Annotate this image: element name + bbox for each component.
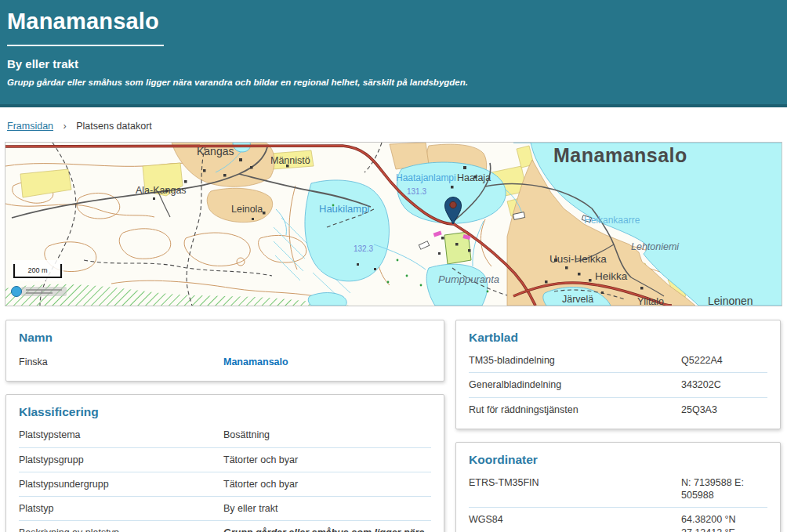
card-namn-title: Namn xyxy=(19,331,431,345)
row-label: TM35-bladindelning xyxy=(469,354,681,367)
map-label-ala-kangas: Ala-Kangas xyxy=(136,185,187,196)
row-value: Tätorter och byar xyxy=(223,478,431,490)
row-label: Platstypsgrupp xyxy=(19,454,223,466)
map-provider-logo-icon xyxy=(12,287,22,297)
table-row: Generalbladindelning 343202C xyxy=(469,373,767,397)
table-row: Platstypsundergrupp Tätorter och byar xyxy=(19,472,431,497)
table-row: ETRS-TM35FIN N: 7139588 E: 505988 xyxy=(469,471,767,508)
map-label-leinola: Leinola xyxy=(231,204,263,215)
map-label-lehtoniemi: Lehtoniemi xyxy=(631,241,680,252)
breadcrumb-home-link[interactable]: Framsidan xyxy=(7,121,53,132)
table-row: Rut för räddningstjänsten 25Q3A3 xyxy=(469,398,767,422)
map-scale-label: 200 m xyxy=(27,266,47,274)
row-label: WGS84 xyxy=(469,513,681,532)
place-type-subtitle: By eller trakt xyxy=(7,57,779,71)
card-kartblad-title: Kartblad xyxy=(469,331,767,345)
row-label: Finska xyxy=(19,356,223,368)
map-scale-bar: 200 m xyxy=(12,260,63,280)
row-value: 343202C xyxy=(681,378,767,391)
map-label-pumppuranta: Pumppuranta xyxy=(438,273,499,285)
table-row: TM35-bladindelning Q5222A4 xyxy=(469,349,767,373)
table-row: Platstyp By eller trakt xyxy=(19,497,431,521)
table-row: WGS84 64.38200 °N 27.12412 °E xyxy=(469,508,767,532)
card-kartblad: Kartblad TM35-bladindelning Q5222A4 Gene… xyxy=(455,320,781,429)
map-label-region-title: Manamansalo xyxy=(553,144,687,166)
table-row: Platstypsgrupp Tätorter och byar xyxy=(19,448,431,472)
row-label: ETRS-TM35FIN xyxy=(469,476,681,502)
map-canvas: Manamansalo Kangas Männistö Ala-Kangas L… xyxy=(5,143,782,306)
page-header: Manamansalo By eller trakt Grupp gårdar … xyxy=(0,0,787,107)
map-label-heikankaarre: Heikankaarre xyxy=(584,215,640,226)
row-label: Beskrivning av platstyp xyxy=(19,527,223,532)
map-label-haataja: Haataja xyxy=(457,172,491,183)
row-value: By eller trakt xyxy=(223,502,431,515)
place-name-link[interactable]: Manamansalo xyxy=(223,356,288,367)
row-label: Rut för räddningstjänsten xyxy=(469,404,681,416)
card-namn: Namn Finska Manamansalo xyxy=(5,320,444,382)
row-value: Q5222A4 xyxy=(681,354,767,367)
map-label-depth-haukilampi: 132.3 xyxy=(354,244,373,253)
breadcrumb: Framsidan › Platsens datakort xyxy=(0,107,787,142)
map-label-mannisto: Männistö xyxy=(270,155,310,166)
map-label-uusi-heikka: Uusi-Heikka xyxy=(549,253,607,265)
topographic-map[interactable]: Manamansalo Kangas Männistö Ala-Kangas L… xyxy=(5,142,782,306)
map-label-kangas: Kangas xyxy=(197,145,234,157)
map-label-depth-haatajanlampi: 131.3 xyxy=(407,187,426,196)
card-klassificering-title: Klassificering xyxy=(19,405,431,419)
map-label-jarvela: Järvelä xyxy=(562,294,593,305)
map-label-haukilampi: Haukilampi xyxy=(319,203,369,215)
data-cards: Namn Finska Manamansalo Klassificering P… xyxy=(5,320,782,532)
row-label: Generalbladindelning xyxy=(469,378,681,391)
row-value: Tätorter och byar xyxy=(223,454,431,466)
card-klassificering: Klassificering Platstypstema Bosättning … xyxy=(5,394,444,532)
row-label: Platstypstema xyxy=(19,429,223,441)
row-value: N: 7139588 E: 505988 xyxy=(681,476,767,502)
row-value: 64.38200 °N 27.12412 °E xyxy=(681,513,767,532)
card-koordinater: Koordinater ETRS-TM35FIN N: 7139588 E: 5… xyxy=(455,442,781,532)
map-lake-haukilampi xyxy=(305,180,389,281)
map-label-haatajanlampi: Haatajanlampi xyxy=(396,172,456,183)
map-attribution xyxy=(12,287,67,297)
table-row: Platstypstema Bosättning xyxy=(19,423,431,447)
breadcrumb-current: Platsens datakort xyxy=(76,121,152,132)
row-label: Platstyp xyxy=(19,502,223,515)
card-koordinater-title: Koordinater xyxy=(469,453,767,467)
row-value: Bosättning xyxy=(223,429,431,441)
breadcrumb-separator-icon: › xyxy=(63,121,67,132)
title-underline xyxy=(7,45,164,46)
place-type-description: Grupp gårdar eller småhus som ligger när… xyxy=(7,78,779,87)
map-label-ylitalo: Ylitalo xyxy=(637,296,664,306)
map-label-leinonen: Leinonen xyxy=(708,295,753,306)
row-value: Grupp gårdar eller småhus som ligger när… xyxy=(223,527,431,532)
table-row: Beskrivning av platstyp Grupp gårdar ell… xyxy=(19,521,431,532)
table-row: Finska Manamansalo xyxy=(19,349,431,374)
row-value: 25Q3A3 xyxy=(681,404,767,416)
row-label: Platstypsundergrupp xyxy=(19,478,223,490)
page-title: Manamansalo xyxy=(7,9,779,34)
map-label-heikka: Heikka xyxy=(595,270,628,282)
